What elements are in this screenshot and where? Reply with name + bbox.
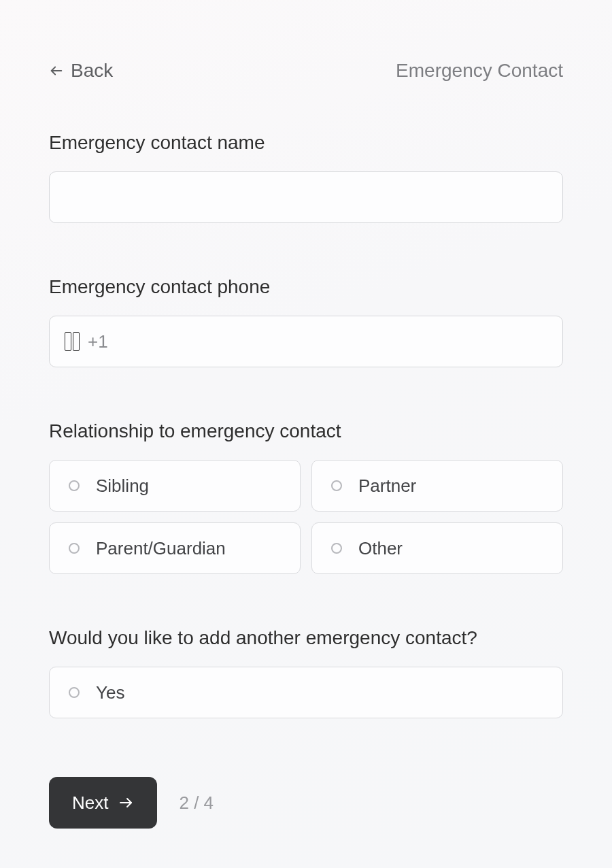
- step-indicator: 2 / 4: [179, 792, 214, 814]
- next-button[interactable]: Next: [49, 777, 157, 829]
- back-button[interactable]: Back: [49, 60, 113, 82]
- option-label: Yes: [96, 682, 124, 703]
- contact-phone-label: Emergency contact phone: [49, 276, 563, 298]
- header: Back Emergency Contact: [49, 60, 563, 82]
- dial-code: +1: [88, 331, 108, 352]
- field-relationship: Relationship to emergency contact Siblin…: [49, 420, 563, 574]
- flag-icon: [65, 332, 80, 351]
- relationship-option-parent-guardian[interactable]: Parent/Guardian: [49, 522, 301, 574]
- radio-icon: [69, 480, 80, 491]
- add-another-option-yes[interactable]: Yes: [49, 667, 563, 718]
- relationship-option-partner[interactable]: Partner: [311, 460, 563, 512]
- radio-icon: [331, 543, 342, 554]
- option-label: Parent/Guardian: [96, 538, 226, 559]
- contact-name-label: Emergency contact name: [49, 132, 563, 154]
- option-label: Partner: [358, 475, 416, 497]
- relationship-option-other[interactable]: Other: [311, 522, 563, 574]
- contact-phone-input-wrap[interactable]: +1: [49, 316, 563, 367]
- radio-icon: [69, 543, 80, 554]
- arrow-left-icon: [49, 63, 64, 78]
- field-contact-phone: Emergency contact phone +1: [49, 276, 563, 367]
- option-label: Other: [358, 538, 403, 559]
- contact-name-input[interactable]: [49, 171, 563, 223]
- footer: Next 2 / 4: [49, 777, 563, 829]
- radio-icon: [331, 480, 342, 491]
- next-label: Next: [72, 792, 108, 814]
- add-another-label: Would you like to add another emergency …: [49, 627, 563, 649]
- page-title: Emergency Contact: [396, 60, 563, 82]
- field-contact-name: Emergency contact name: [49, 132, 563, 223]
- arrow-right-icon: [118, 795, 134, 811]
- relationship-label: Relationship to emergency contact: [49, 420, 563, 442]
- back-label: Back: [71, 60, 113, 82]
- relationship-option-sibling[interactable]: Sibling: [49, 460, 301, 512]
- contact-phone-input[interactable]: [116, 331, 547, 352]
- field-add-another: Would you like to add another emergency …: [49, 627, 563, 718]
- radio-icon: [69, 687, 80, 698]
- option-label: Sibling: [96, 475, 149, 497]
